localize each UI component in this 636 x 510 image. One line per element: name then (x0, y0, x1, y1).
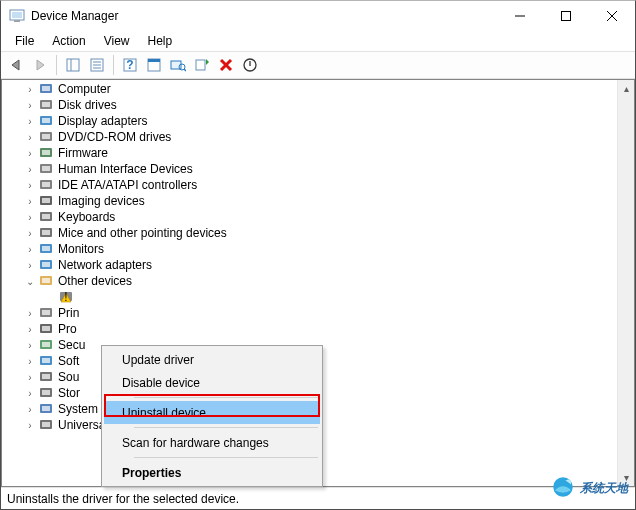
svg-rect-63 (42, 390, 50, 395)
expander-icon[interactable]: › (22, 129, 38, 145)
svg-rect-35 (42, 166, 50, 171)
show-hide-tree-button[interactable] (62, 54, 84, 76)
action-button[interactable] (143, 54, 165, 76)
expander-icon[interactable]: › (22, 113, 38, 129)
svg-rect-2 (14, 20, 20, 22)
tree-label: Pro (58, 322, 77, 336)
tree-label: Prin (58, 306, 79, 320)
tree-node[interactable]: ›Imaging devices (2, 193, 634, 209)
menu-action[interactable]: Action (44, 32, 93, 50)
context-menu: Update driverDisable deviceUninstall dev… (101, 345, 323, 487)
context-menu-item[interactable]: Scan for hardware changes (104, 431, 320, 454)
tree-label: Imaging devices (58, 194, 145, 208)
device-category-icon (38, 145, 54, 161)
tree-label: Computer (58, 82, 111, 96)
maximize-button[interactable] (543, 1, 589, 31)
device-category-icon (38, 273, 54, 289)
expander-icon[interactable]: › (22, 209, 38, 225)
tree-node[interactable]: ›Network adapters (2, 257, 634, 273)
tree-node[interactable]: ›Disk drives (2, 97, 634, 113)
tree-node[interactable]: ›Computer (2, 81, 634, 97)
tree-node[interactable]: ›Mice and other pointing devices (2, 225, 634, 241)
menu-file[interactable]: File (7, 32, 42, 50)
close-button[interactable] (589, 1, 635, 31)
minimize-button[interactable] (497, 1, 543, 31)
svg-rect-37 (42, 182, 50, 187)
device-category-icon (38, 177, 54, 193)
context-menu-item[interactable]: Update driver (104, 348, 320, 371)
tree-label: IDE ATA/ATAPI controllers (58, 178, 197, 192)
svg-rect-20 (196, 60, 205, 70)
tree-node[interactable]: ›Firmware (2, 145, 634, 161)
expander-icon[interactable]: › (22, 177, 38, 193)
tree-node[interactable]: ›Monitors (2, 241, 634, 257)
context-menu-separator (134, 457, 318, 458)
update-driver-button[interactable] (191, 54, 213, 76)
context-menu-item[interactable]: Properties (104, 461, 320, 484)
device-category-icon (38, 369, 54, 385)
expander-icon[interactable]: › (22, 353, 38, 369)
expander-icon[interactable]: › (22, 241, 38, 257)
tree-node[interactable]: ›Keyboards (2, 209, 634, 225)
expander-icon[interactable]: › (22, 369, 38, 385)
watermark-text: 系统天地 (580, 480, 628, 497)
menu-view[interactable]: View (96, 32, 138, 50)
tree-node[interactable]: ›Display adapters (2, 113, 634, 129)
scan-hardware-button[interactable] (167, 54, 189, 76)
menu-help[interactable]: Help (140, 32, 181, 50)
expander-icon[interactable]: › (22, 305, 38, 321)
svg-rect-67 (42, 422, 50, 427)
tree-label: Stor (58, 386, 80, 400)
expander-icon[interactable]: › (22, 225, 38, 241)
svg-rect-41 (42, 214, 50, 219)
tree-label: Disk drives (58, 98, 117, 112)
expander-icon[interactable]: › (22, 417, 38, 433)
context-menu-separator (134, 427, 318, 428)
uninstall-button[interactable] (215, 54, 237, 76)
watermark: 系统天地 (550, 474, 628, 503)
scrollbar[interactable]: ▴ ▾ (617, 80, 634, 486)
toolbar: ? (1, 51, 635, 79)
expander-icon[interactable]: › (22, 321, 38, 337)
expander-icon[interactable]: › (22, 97, 38, 113)
statusbar: Uninstalls the driver for the selected d… (1, 487, 635, 509)
expander-icon[interactable]: › (22, 81, 38, 97)
tree-label: Keyboards (58, 210, 115, 224)
expander-icon[interactable]: › (22, 145, 38, 161)
tree-node[interactable]: ›DVD/CD-ROM drives (2, 129, 634, 145)
back-button[interactable] (5, 54, 27, 76)
expander-icon[interactable]: › (22, 161, 38, 177)
context-menu-item[interactable]: Uninstall device (104, 401, 320, 424)
context-menu-item[interactable]: Disable device (104, 371, 320, 394)
tree-node[interactable]: ›Pro (2, 321, 634, 337)
tree-node-unknown-device[interactable]: ! (2, 289, 634, 305)
expander-icon[interactable]: › (22, 385, 38, 401)
scroll-up-icon[interactable]: ▴ (618, 80, 634, 97)
expander-icon[interactable]: › (22, 193, 38, 209)
titlebar: Device Manager (1, 1, 635, 31)
disable-button[interactable] (239, 54, 261, 76)
expander-icon[interactable]: › (22, 257, 38, 273)
forward-button[interactable] (29, 54, 51, 76)
expander-icon[interactable]: › (22, 337, 38, 353)
help-button[interactable]: ? (119, 54, 141, 76)
svg-rect-45 (42, 246, 50, 251)
device-category-icon (38, 225, 54, 241)
window-title: Device Manager (31, 9, 497, 23)
expander-icon[interactable]: ⌄ (22, 273, 38, 289)
expander-icon[interactable]: › (22, 401, 38, 417)
svg-rect-55 (42, 326, 50, 331)
device-category-icon (38, 81, 54, 97)
tree-node[interactable]: ›IDE ATA/ATAPI controllers (2, 177, 634, 193)
tree-node[interactable]: ›Human Interface Devices (2, 161, 634, 177)
tree-node[interactable]: ⌄Other devices (2, 273, 634, 289)
svg-rect-25 (42, 86, 50, 91)
properties-button[interactable] (86, 54, 108, 76)
tree-label: Sou (58, 370, 79, 384)
tree-label: Human Interface Devices (58, 162, 193, 176)
svg-rect-29 (42, 118, 50, 123)
svg-text:?: ? (126, 58, 133, 72)
tree-node[interactable]: ›Prin (2, 305, 634, 321)
device-category-icon (38, 321, 54, 337)
svg-rect-43 (42, 230, 50, 235)
